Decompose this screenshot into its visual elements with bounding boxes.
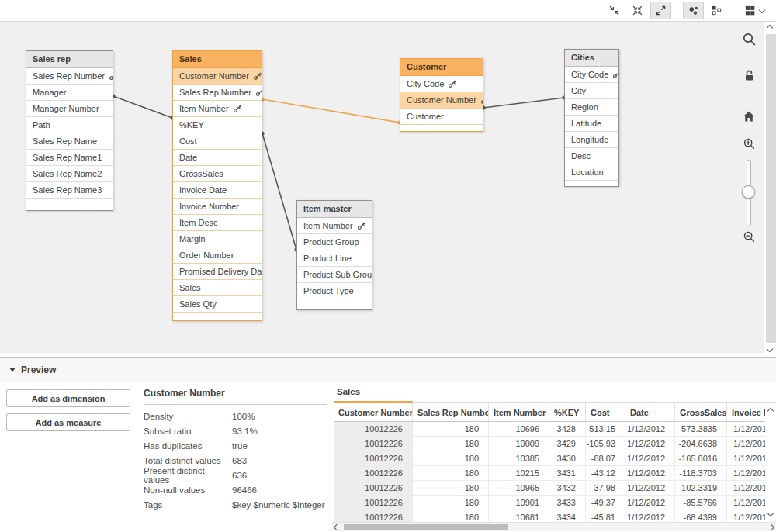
field-promised-delivery-date[interactable]: Promised Delivery Date	[173, 264, 262, 280]
field-label: Customer Number	[179, 71, 249, 81]
add-as-dimension-button[interactable]: Add as dimension	[6, 389, 130, 407]
add-as-measure-button[interactable]: Add as measure	[6, 413, 130, 431]
zoom-slider-thumb[interactable]	[742, 185, 755, 199]
stat-value: true	[232, 441, 248, 451]
field-region[interactable]: Region	[565, 99, 618, 116]
grid-cell: 10965	[489, 481, 549, 495]
field-item-number[interactable]: Item Number	[173, 101, 262, 117]
grid-header-date: Date	[625, 403, 675, 421]
field-sales-rep-name1[interactable]: Sales Rep Name1	[26, 150, 113, 166]
zoom-out-icon	[743, 230, 756, 244]
scroll-up-icon[interactable]	[767, 25, 773, 31]
zoom-slider[interactable]	[745, 160, 753, 225]
field-sales-qty[interactable]: Sales Qty	[173, 296, 262, 313]
search-button[interactable]	[740, 30, 757, 47]
field-path[interactable]: Path	[26, 117, 113, 133]
expand-all-button[interactable]	[650, 2, 671, 19]
key-icon	[357, 222, 365, 230]
field-latitude[interactable]: Latitude	[565, 116, 618, 132]
model-table-sales-rep[interactable]: Sales repSales Rep NumberManagerManager …	[26, 50, 113, 211]
field-customer-number[interactable]: Customer Number	[173, 68, 262, 85]
table-header-item-master[interactable]: Item master	[297, 201, 372, 218]
connection-sales-item-master[interactable]	[260, 131, 298, 251]
field-label: Path	[33, 120, 50, 130]
connection-customer-cities[interactable]	[481, 95, 566, 109]
grid-row: 10012226180102153431-43.121/12/2012-118.…	[334, 466, 765, 481]
home-button[interactable]	[740, 108, 757, 125]
field-order-number[interactable]: Order Number	[173, 247, 262, 264]
field-city-code[interactable]: City Code	[400, 76, 483, 92]
field-city-code[interactable]: City Code	[565, 67, 618, 83]
table-header-sales[interactable]: Sales	[173, 51, 262, 68]
connection-sales-rep-sales[interactable]	[111, 94, 174, 119]
model-table-cities[interactable]: CitiesCity CodeCityRegionLatitudeLongitu…	[564, 49, 619, 187]
canvas-scrollbar-thumb[interactable]	[766, 34, 776, 343]
field-product-type[interactable]: Product Type	[297, 283, 372, 299]
internal-table-view-icon	[688, 5, 699, 16]
field-sales-rep-number[interactable]: Sales Rep Number	[173, 85, 262, 101]
grid-scroll-up-icon[interactable]	[767, 408, 774, 414]
field-city[interactable]: City	[565, 83, 618, 99]
stat-label: Total distinct values	[144, 456, 232, 465]
grid-cell: 1/12/2012	[625, 437, 675, 451]
field-sales-rep-name2[interactable]: Sales Rep Name2	[26, 166, 113, 182]
field-desc[interactable]: Desc	[565, 148, 618, 164]
zoom-in-button[interactable]	[740, 135, 757, 152]
table-header-customer[interactable]: Customer	[400, 59, 483, 76]
data-model-canvas[interactable]: Sales repSales Rep NumberManagerManager …	[0, 22, 764, 353]
field-item-desc[interactable]: Item Desc	[173, 215, 262, 231]
field-product-sub-group[interactable]: Product Sub Group	[297, 267, 372, 283]
stat-value: $key $numeric $integer	[232, 500, 325, 510]
field-item-number[interactable]: Item Number	[297, 218, 372, 234]
layout-button[interactable]	[706, 2, 727, 19]
field-label: Order Number	[179, 250, 234, 260]
preview-header[interactable]: Preview	[0, 358, 776, 382]
field-margin[interactable]: Margin	[173, 231, 262, 247]
field-longitude[interactable]: Longitude	[565, 132, 618, 148]
key-icon	[109, 72, 113, 81]
field-manager[interactable]: Manager	[26, 85, 113, 101]
canvas-vertical-scrollbar[interactable]	[764, 22, 776, 355]
internal-table-view-button[interactable]	[683, 2, 704, 19]
lock-toggle-button[interactable]	[740, 67, 757, 84]
field-customer-number[interactable]: Customer Number	[400, 92, 483, 109]
field-invoice-date[interactable]: Invoice Date	[173, 182, 262, 199]
field-customer[interactable]: Customer	[400, 109, 483, 125]
field-manager-number[interactable]: Manager Number	[26, 101, 113, 117]
grid-scroll-left-icon[interactable]	[334, 524, 340, 530]
field-date[interactable]: Date	[173, 150, 262, 166]
field-sales[interactable]: Sales	[173, 280, 262, 296]
connection-sales-customer[interactable]	[260, 97, 401, 124]
field-product-group[interactable]: Product Group	[297, 234, 372, 250]
grid-row: 10012226180109653432-37.981/12/2012-102.…	[334, 481, 765, 496]
grid-view-menu-button[interactable]	[739, 2, 770, 19]
field-sales-rep-name3[interactable]: Sales Rep Name3	[26, 182, 113, 199]
zoom-out-button[interactable]	[740, 228, 757, 245]
field-label: Longitude	[571, 135, 608, 144]
field-cost[interactable]: Cost	[173, 133, 262, 150]
show-linked-tables-button[interactable]	[627, 2, 648, 19]
model-table-item-master[interactable]: Item masterItem NumberProduct GroupProdu…	[296, 200, 372, 310]
grid-cell: 1/12/2012	[727, 496, 765, 510]
field-invoice-number[interactable]: Invoice Number	[173, 199, 262, 215]
grid-cell: 3432	[549, 481, 586, 495]
grid-scroll-down-icon[interactable]	[767, 510, 774, 516]
model-table-sales[interactable]: SalesCustomer NumberSales Rep NumberItem…	[172, 50, 262, 321]
grid-horizontal-scrollbar[interactable]	[332, 522, 776, 531]
table-header-sales-rep[interactable]: Sales rep	[26, 51, 113, 68]
collapse-all-button[interactable]	[604, 2, 625, 19]
field-product-line[interactable]: Product Line	[297, 250, 372, 267]
key-icon	[612, 71, 618, 79]
field-location[interactable]: Location	[565, 164, 618, 181]
field--key[interactable]: %KEY	[173, 117, 262, 133]
field-grosssales[interactable]: GrossSales	[173, 166, 262, 182]
grid-hscrollbar-thumb[interactable]	[344, 524, 508, 530]
field-sales-rep-name[interactable]: Sales Rep Name	[26, 133, 113, 150]
model-table-customer[interactable]: CustomerCity CodeCustomer NumberCustomer	[400, 58, 483, 132]
grid-header-invoice-date: Invoice Date	[727, 403, 765, 421]
table-header-cities[interactable]: Cities	[565, 50, 618, 67]
grid-scroll-right-icon[interactable]	[768, 524, 774, 530]
scroll-down-icon[interactable]	[767, 346, 773, 352]
field-sales-rep-number[interactable]: Sales Rep Number	[26, 68, 113, 85]
field-label: %KEY	[179, 120, 204, 130]
